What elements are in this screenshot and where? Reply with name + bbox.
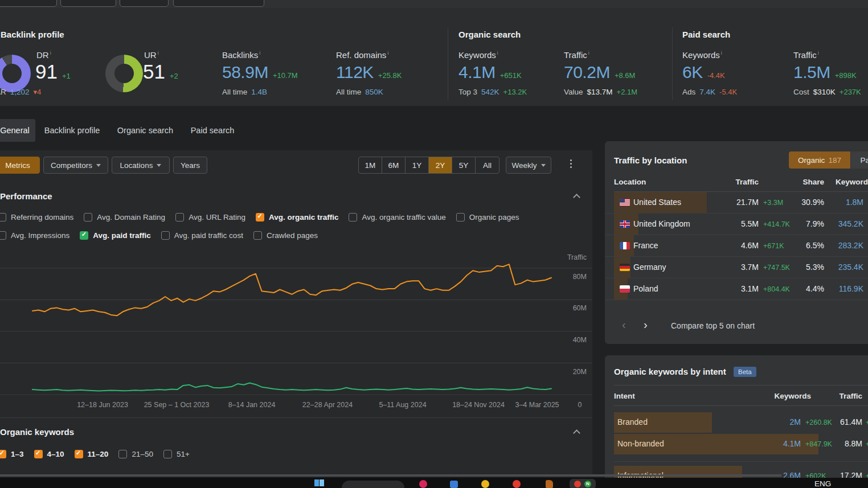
info-icon[interactable]: i bbox=[50, 50, 51, 56]
traffic-chart[interactable]: Traffic 80M 60M 40M 20M 12–18 Jun 2023 2… bbox=[0, 251, 592, 411]
paid-keywords-value[interactable]: 6K-4.4K bbox=[682, 63, 725, 82]
col-keywords[interactable]: Keywords bbox=[836, 178, 868, 186]
locations-dropdown[interactable]: Locations bbox=[112, 157, 170, 174]
taskbar-app-icon[interactable] bbox=[419, 480, 427, 488]
competitors-dropdown[interactable]: Competitors bbox=[43, 157, 108, 174]
language-indicator[interactable]: ENG bbox=[814, 479, 831, 488]
checkbox-pos-51plus[interactable]: 51+ bbox=[163, 450, 190, 458]
france-flag-icon bbox=[620, 242, 630, 249]
range-5y[interactable]: 5Y bbox=[452, 157, 476, 173]
backlinks-value[interactable]: 58.9M+10.7M bbox=[222, 63, 298, 82]
ref-domains-value[interactable]: 112K+25.8K bbox=[336, 63, 402, 82]
more-options-icon[interactable] bbox=[570, 159, 572, 168]
keywords-by-intent-title: Organic keywords by intent bbox=[614, 367, 726, 376]
col-location[interactable]: Location bbox=[614, 178, 646, 186]
domain-input-1[interactable] bbox=[0, 0, 57, 7]
collapse-chevron-icon[interactable] bbox=[573, 429, 580, 437]
range-1y[interactable]: 1Y bbox=[406, 157, 429, 173]
taskbar-app-icon[interactable] bbox=[481, 480, 489, 488]
prev-page-icon[interactable]: ‹ bbox=[622, 319, 626, 330]
domain-input-4[interactable] bbox=[173, 0, 264, 7]
paid-traffic-value[interactable]: 1.5M+898K bbox=[793, 63, 857, 82]
intent-row-branded[interactable]: Branded 2M +260.8K 61.4M + bbox=[605, 412, 868, 433]
checkbox-crawled-pages[interactable]: Crawled pages bbox=[253, 231, 318, 240]
tab-paid-search[interactable]: Paid search bbox=[190, 119, 235, 142]
x-tick-2: 25 Sep – 1 Oct 2023 bbox=[144, 401, 210, 409]
traffic-by-location-title: Traffic by location bbox=[614, 155, 687, 165]
checkbox-pos-1-3[interactable]: 1–3 bbox=[0, 450, 24, 458]
info-icon[interactable]: i bbox=[387, 50, 388, 56]
collapse-chevron-icon[interactable] bbox=[573, 194, 580, 201]
ahrefs-dashboard: Backlink profile DRi 91+1 AR 1,202 ▾4 UR… bbox=[0, 0, 868, 488]
compare-top5-link[interactable]: Compare top 5 on chart bbox=[671, 321, 755, 330]
location-row-poland[interactable]: Poland 3.1M +804.4K 4.4% 116.9K bbox=[605, 278, 868, 300]
checkbox-avg-organic-traffic-value[interactable]: Avg. organic traffic value bbox=[349, 213, 445, 222]
years-button[interactable]: Years bbox=[173, 157, 207, 174]
tab-location-paid[interactable]: Paid bbox=[851, 151, 868, 169]
dr-label: DRi bbox=[36, 50, 51, 60]
backlinks-label: Backlinksi bbox=[222, 50, 260, 60]
col-share[interactable]: Share bbox=[787, 178, 824, 186]
taskbar-app-icon[interactable] bbox=[546, 480, 553, 488]
col-intent[interactable]: Intent bbox=[614, 392, 635, 400]
info-icon[interactable]: i bbox=[818, 50, 819, 56]
location-row-france[interactable]: France 4.6M +671K 6.5% 283.2K bbox=[605, 235, 868, 257]
paid-keywords-label: Keywordsi bbox=[682, 50, 722, 60]
organic-keywords-value[interactable]: 4.1M+651K bbox=[458, 63, 522, 82]
organic-keywords-checkbox-row: 1–3 4–10 11–20 21–50 51+ bbox=[0, 450, 190, 458]
horizontal-scrollbar[interactable] bbox=[0, 474, 781, 477]
organic-keywords-label: Keywordsi bbox=[458, 50, 498, 60]
windows-start-icon[interactable] bbox=[314, 479, 324, 486]
checkbox-avg-domain-rating[interactable]: Avg. Domain Rating bbox=[84, 213, 165, 222]
x-tick-7: 3–4 Mar 2025 bbox=[515, 401, 559, 409]
tab-location-organic[interactable]: Organic187 bbox=[789, 151, 850, 169]
paid-ads: Ads7.4K-5.4K bbox=[682, 88, 737, 96]
checkbox-avg-paid-traffic-cost[interactable]: Avg. paid traffic cost bbox=[161, 231, 243, 240]
range-1m[interactable]: 1M bbox=[359, 157, 382, 173]
location-row-united-kingdom[interactable]: United Kingdom 5.5M +414.7K 7.9% 345.2K bbox=[605, 214, 868, 235]
checkbox-pos-4-10[interactable]: 4–10 bbox=[34, 450, 64, 458]
checkbox-pos-11-20[interactable]: 11–20 bbox=[75, 450, 109, 458]
checkbox-avg-url-rating[interactable]: Avg. URL Rating bbox=[175, 213, 245, 222]
col-intent-keywords[interactable]: Keywords bbox=[764, 392, 811, 400]
checkbox-referring-domains[interactable]: Referring domains bbox=[0, 213, 73, 222]
next-page-icon[interactable]: › bbox=[644, 319, 648, 330]
taskbar-app-icon[interactable] bbox=[513, 480, 521, 488]
traffic-by-location-card: Traffic by location Organic187 Paid Loca… bbox=[605, 141, 868, 344]
col-intent-traffic[interactable]: Traffic bbox=[827, 392, 862, 400]
taskbar-search[interactable] bbox=[342, 481, 404, 488]
paid-traffic-label: Traffici bbox=[793, 50, 819, 60]
checkbox-avg-impressions[interactable]: Avg. Impressions bbox=[0, 231, 69, 240]
domain-input-3[interactable] bbox=[120, 0, 169, 7]
checkbox-pos-21-50[interactable]: 21–50 bbox=[118, 450, 153, 458]
metrics-button[interactable]: Metrics bbox=[0, 157, 40, 174]
location-row-germany[interactable]: Germany 3.7M +747.5K 5.3% 235.4K bbox=[605, 257, 868, 278]
info-icon[interactable]: i bbox=[721, 50, 722, 56]
granularity-dropdown[interactable]: Weekly bbox=[506, 157, 551, 174]
overview-pane: Metrics Competitors Locations Years 1M 6… bbox=[0, 150, 592, 474]
ur-gauge bbox=[105, 55, 143, 92]
checkbox-avg-organic-traffic[interactable]: Avg. organic traffic bbox=[256, 213, 339, 222]
paid-search-title: Paid search bbox=[682, 30, 730, 39]
organic-traffic-value[interactable]: 70.2M+8.6M bbox=[564, 63, 635, 82]
range-6m[interactable]: 6M bbox=[382, 157, 406, 173]
range-2y[interactable]: 2Y bbox=[429, 157, 452, 173]
organic-keywords-title: Organic keywords bbox=[0, 427, 74, 437]
checkbox-avg-paid-traffic[interactable]: Avg. paid traffic bbox=[80, 231, 151, 240]
tab-backlink-profile[interactable]: Backlink profile bbox=[43, 119, 101, 142]
domain-input-2[interactable] bbox=[60, 0, 116, 7]
checkbox-organic-pages[interactable]: Organic pages bbox=[456, 213, 519, 222]
ahrefs-rank: AR 1,202 ▾4 bbox=[0, 88, 41, 96]
taskbar-app-icon[interactable] bbox=[450, 481, 458, 488]
tab-organic-search[interactable]: Organic search bbox=[116, 119, 175, 142]
info-icon[interactable]: i bbox=[259, 50, 260, 56]
location-row-united-states[interactable]: United States 21.7M +3.3M 30.9% 1.8M bbox=[605, 192, 868, 214]
taskbar-active-app[interactable]: N bbox=[570, 479, 596, 488]
range-all[interactable]: All bbox=[476, 157, 499, 173]
info-icon[interactable]: i bbox=[497, 50, 498, 56]
info-icon[interactable]: i bbox=[158, 50, 159, 56]
intent-row-non-branded[interactable]: Non-branded 4.1M +847.9K 8.8M + bbox=[605, 434, 868, 454]
info-icon[interactable]: i bbox=[588, 50, 589, 56]
tab-general[interactable]: General bbox=[0, 119, 35, 142]
col-traffic[interactable]: Traffic bbox=[713, 178, 759, 186]
